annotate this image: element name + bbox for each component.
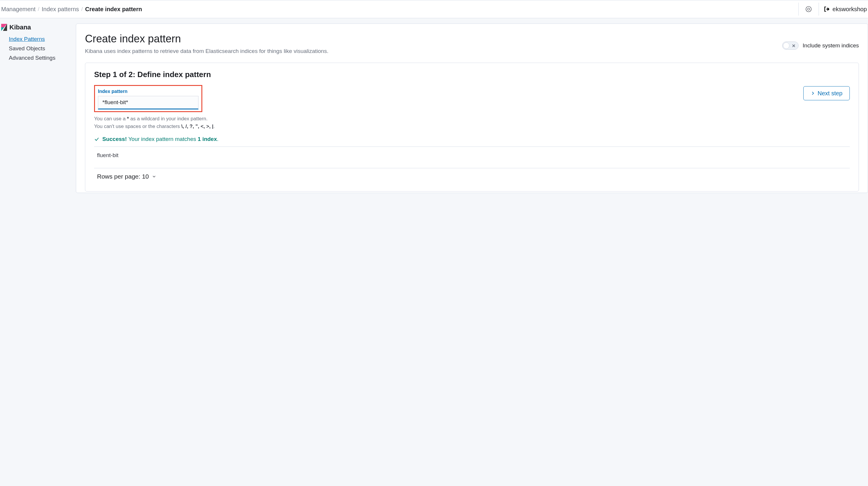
- exit-icon: [824, 6, 830, 12]
- check-icon: [94, 136, 99, 142]
- breadcrumb: Management / Index patterns / Create ind…: [1, 6, 142, 13]
- svg-point-0: [806, 6, 811, 12]
- help-text: You can use a * as a wildcard in your in…: [94, 115, 215, 130]
- main-content: Create index pattern Kibana uses index p…: [76, 18, 868, 193]
- divider: [818, 3, 819, 16]
- sidebar: Kibana Index Patterns Saved Objects Adva…: [0, 18, 76, 193]
- success-message: Success! Your index pattern matches 1 in…: [94, 136, 850, 142]
- workspace-switcher[interactable]: eksworkshop: [824, 6, 867, 13]
- next-step-button[interactable]: Next step: [803, 86, 850, 100]
- sidebar-title: Kibana: [1, 24, 73, 31]
- sidebar-item-saved-objects[interactable]: Saved Objects: [9, 45, 73, 52]
- step-panel: Step 1 of 2: Define index pattern Index …: [85, 63, 859, 191]
- content-panel: Create index pattern Kibana uses index p…: [76, 24, 868, 193]
- rows-per-page-selector[interactable]: Rows per page: 10: [94, 168, 850, 182]
- page-title: Create index pattern: [85, 33, 329, 45]
- breadcrumb-index-patterns[interactable]: Index patterns: [42, 6, 79, 13]
- breadcrumb-create-index-pattern: Create index pattern: [85, 6, 142, 13]
- chevron-right-icon: [811, 91, 815, 95]
- top-bar: Management / Index patterns / Create ind…: [0, 0, 868, 18]
- workspace-name: eksworkshop: [832, 6, 867, 13]
- breadcrumb-management[interactable]: Management: [1, 6, 36, 13]
- divider: [798, 3, 799, 16]
- sidebar-item-index-patterns[interactable]: Index Patterns: [9, 36, 73, 42]
- close-icon: ✕: [792, 43, 796, 49]
- chevron-down-icon: [152, 174, 156, 179]
- index-pattern-highlight: Index pattern: [94, 85, 202, 112]
- index-pattern-input[interactable]: [98, 96, 198, 110]
- help-icon[interactable]: [803, 4, 814, 14]
- index-pattern-label: Index pattern: [98, 89, 198, 94]
- step-title: Step 1 of 2: Define index pattern: [94, 70, 850, 79]
- toggle-label: Include system indices: [803, 42, 859, 49]
- breadcrumb-sep: /: [38, 6, 39, 12]
- svg-point-1: [808, 8, 810, 10]
- top-bar-right: eksworkshop: [798, 3, 867, 16]
- toggle-knob: [783, 42, 789, 49]
- page-subtitle: Kibana uses index patterns to retrieve d…: [85, 48, 329, 54]
- include-system-indices-toggle[interactable]: ✕: [782, 41, 799, 50]
- kibana-logo-icon: [1, 24, 7, 31]
- match-row: fluent-bit: [94, 147, 850, 164]
- breadcrumb-sep: /: [82, 6, 83, 12]
- sidebar-item-advanced-settings[interactable]: Advanced Settings: [9, 55, 73, 61]
- svg-marker-2: [828, 8, 830, 11]
